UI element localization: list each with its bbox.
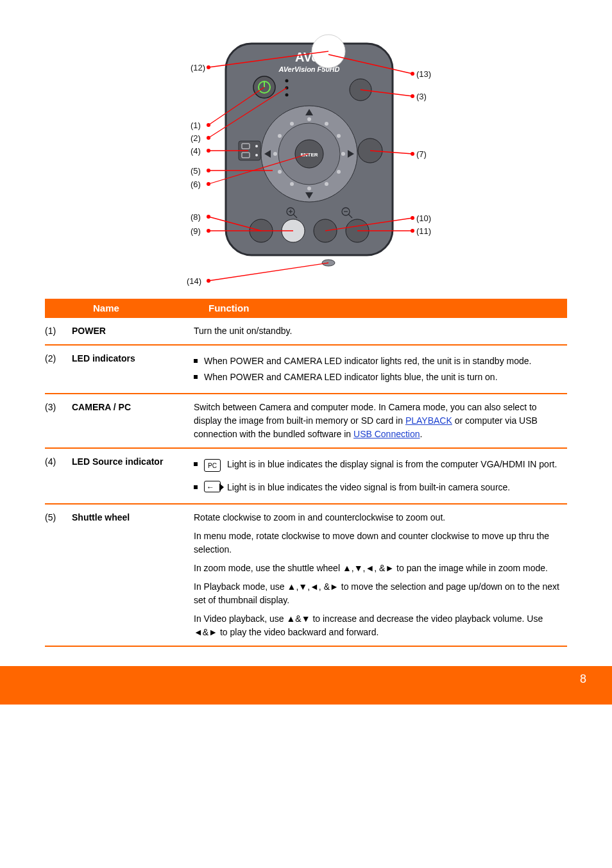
svg-point-19 [337,170,341,174]
function-table: (1) POWER Turn the unit on/standby. (2) … [0,317,612,647]
svg-point-33 [255,154,258,156]
svg-point-18 [341,152,345,156]
svg-text:(8): (8) [191,212,201,222]
svg-point-32 [255,145,258,147]
pc-icon: PC [204,459,221,472]
bullet-icon [194,485,198,489]
row2-b2: When POWER and CAMERA LED indicator ligh… [204,371,498,384]
page-footer: 8 [0,666,612,705]
link-playback[interactable]: PLAYBACK [405,415,452,426]
svg-point-23 [278,170,282,174]
svg-text:(4): (4) [191,146,201,156]
svg-text:(3): (3) [416,92,427,101]
bullet-icon [194,462,198,466]
row4-name: LED Source indicator [68,448,190,504]
svg-point-22 [290,182,294,186]
row4-b2: Light is in blue indicates the video sig… [227,481,510,494]
svg-point-17 [337,134,341,138]
row5-desc: Rotate clockwise to zoom in and counterc… [190,504,567,646]
bullet-icon [194,375,198,379]
svg-point-20 [325,182,328,186]
svg-point-24 [273,152,277,156]
row5-p2: In menu mode, rotate clockwise to move d… [194,530,563,556]
row5-p1: Rotate clockwise to zoom in and counterc… [194,511,563,524]
svg-text:(12): (12) [191,63,205,72]
row4-b1: Light is in blue indicates the display s… [227,458,557,471]
page-number: 8 [580,672,586,686]
svg-text:ENTER: ENTER [300,152,318,158]
svg-point-15 [307,117,311,121]
svg-text:(7): (7) [416,149,427,159]
row5-p5: In Video playback, use ▲&▼ to increase a… [194,612,563,639]
page-root: AVer AVerVision F50HD ENTER [0,0,612,705]
svg-point-26 [290,122,294,126]
row2-desc: When POWER and CAMERA LED indicator ligh… [190,345,567,394]
svg-point-8 [285,94,289,97]
svg-text:(9): (9) [191,226,201,236]
svg-text:(1): (1) [191,121,201,130]
row2-b1: When POWER and CAMERA LED indicator ligh… [204,355,531,368]
table-header-bar: Name Function [45,299,567,317]
svg-text:(10): (10) [416,213,431,223]
row3-name: CAMERA / PC [68,394,190,448]
row4-index: (4) [45,448,68,504]
row4-desc: PC Light is in blue indicates the displa… [190,448,567,504]
control-panel-svg: AVer AVerVision F50HD ENTER [146,26,466,288]
row3-index: (3) [45,394,68,448]
row1-desc: Turn the unit on/standby. [190,317,567,345]
svg-text:(13): (13) [416,69,431,79]
svg-text:(14): (14) [187,276,201,286]
svg-line-66 [208,263,328,281]
row1-name: POWER [68,317,190,345]
row1-index: (1) [45,317,68,345]
svg-point-16 [325,122,328,126]
svg-text:(11): (11) [416,226,431,236]
row2-name: LED indicators [68,345,190,394]
svg-text:(5): (5) [191,166,201,176]
row3-desc: Switch between Camera and computer mode.… [190,394,567,448]
row5-p3: In zoom mode, use the shuttle wheel ▲,▼,… [194,562,563,575]
row5-p4: In Playback mode, use ▲,▼,◄, &► to move … [194,580,563,607]
control-panel-figure: AVer AVerVision F50HD ENTER [0,0,612,295]
svg-text:(6): (6) [191,179,201,189]
svg-point-21 [307,187,311,190]
header-function: Function [208,303,249,313]
camera-icon [204,481,221,492]
svg-text:(2): (2) [191,133,201,143]
svg-point-25 [278,134,282,138]
row5-index: (5) [45,504,68,646]
bullet-icon [194,359,198,363]
link-usb-connection[interactable]: USB Connection [353,429,420,439]
header-name: Name [45,303,208,313]
svg-point-6 [285,79,289,83]
row5-name: Shuttle wheel [68,504,190,646]
row2-index: (2) [45,345,68,394]
